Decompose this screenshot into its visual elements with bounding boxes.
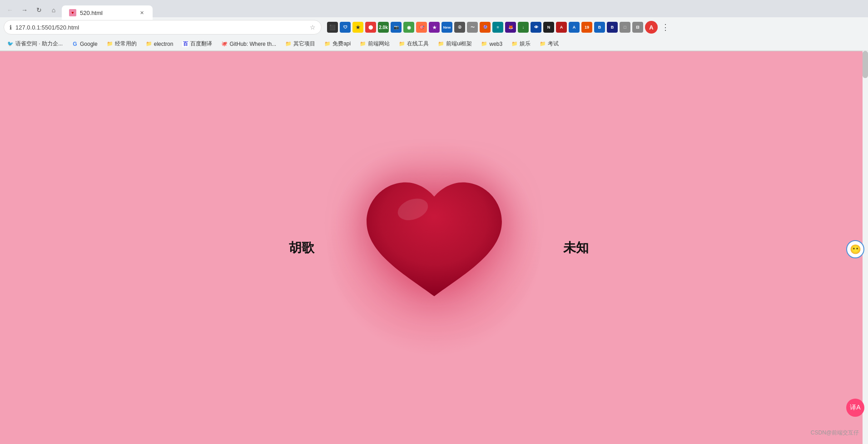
bookmark-baidu-label: 百度翻译: [190, 40, 212, 48]
ext-icon-16[interactable]: 👁: [531, 22, 541, 33]
address-bar: ℹ 127.0.0.1:5501/520.html ☆ ⬛ 🛡 ★ ⬤ 2.0k…: [0, 17, 868, 37]
baidu-icon: 百: [182, 41, 188, 47]
ext-icon-20[interactable]: 19: [581, 22, 592, 33]
back-button[interactable]: ←: [4, 4, 16, 16]
url-bar[interactable]: ℹ 127.0.0.1:5501/520.html ☆: [4, 20, 322, 35]
folder-icon-2: 📁: [146, 41, 152, 47]
ext-icon-10[interactable]: ②: [454, 22, 465, 33]
bookmark-tools-label: 在线工具: [407, 40, 429, 48]
ext-icon-6[interactable]: 📷: [391, 22, 402, 33]
folder-icon-1: 📁: [107, 41, 113, 47]
bookmark-web3[interactable]: 📁 web3: [477, 40, 506, 48]
float-button-center[interactable]: 😶: [846, 240, 864, 258]
bookmark-entertainment-label: 娱乐: [520, 40, 531, 48]
folder-icon-9: 📁: [511, 41, 518, 47]
tab-bar: ← → ↻ ⌂ ♥ 520.html ✕: [0, 0, 868, 17]
reload-button[interactable]: ↻: [33, 4, 45, 16]
float-button-bottom[interactable]: 译A: [846, 399, 864, 417]
ext-icon-13[interactable]: ≡: [492, 22, 503, 33]
bookmark-other-label: 其它项目: [293, 40, 315, 48]
heart-container: 胡歌: [0, 51, 868, 444]
ext-icon-2[interactable]: 🛡: [340, 22, 351, 33]
folder-icon-6: 📁: [399, 41, 405, 47]
bookmark-web3-label: web3: [489, 41, 502, 47]
ext-icon-18[interactable]: A: [556, 22, 567, 33]
active-tab[interactable]: ♥ 520.html ✕: [62, 5, 153, 20]
scrollbar-thumb[interactable]: [863, 51, 868, 78]
tab-close-button[interactable]: ✕: [138, 9, 145, 16]
bookmark-ui-label: 前端ui框架: [446, 40, 472, 48]
profile-button[interactable]: A: [645, 21, 658, 34]
folder-icon-4: 📁: [324, 41, 331, 47]
bookmark-exam[interactable]: 📁 考试: [536, 39, 562, 49]
folder-icon-5: 📁: [360, 41, 366, 47]
bookmark-google[interactable]: G Google: [68, 40, 101, 48]
github-icon: 🐙: [221, 41, 228, 47]
ext-icon-17[interactable]: N: [543, 22, 554, 33]
ext-icon-3[interactable]: ★: [352, 22, 363, 33]
translate-icon: 译A: [850, 404, 860, 412]
menu-button[interactable]: ⋮: [660, 20, 671, 34]
home-button[interactable]: ⌂: [47, 4, 60, 16]
ext-icon-15[interactable]: ↓: [518, 22, 529, 33]
bookmark-other[interactable]: 📁 其它项目: [282, 39, 319, 49]
bookmark-yuque-label: 语雀空间 · 助力企...: [15, 40, 63, 48]
bookmark-github-label: GitHub: Where th...: [229, 41, 276, 47]
bookmarks-bar: 🐦 语雀空间 · 助力企... G Google 📁 经常用的 📁 electr…: [0, 37, 868, 51]
ext-icon-1[interactable]: ⬛: [327, 22, 338, 33]
name-left: 胡歌: [289, 239, 314, 257]
face-icon: 😶: [850, 244, 861, 255]
ext-icon-5[interactable]: 2.0k: [378, 22, 389, 33]
ext-icon-new[interactable]: New: [441, 22, 452, 33]
tab-title: 520.html: [80, 10, 103, 16]
ext-icon-19[interactable]: A: [569, 22, 580, 33]
bookmark-ui[interactable]: 📁 前端ui框架: [434, 39, 476, 49]
bookmark-yuque[interactable]: 🐦 语雀空间 · 助力企...: [4, 39, 66, 49]
page-content: 胡歌: [0, 51, 868, 444]
bookmark-github[interactable]: 🐙 GitHub: Where th...: [218, 40, 280, 48]
ext-icon-7[interactable]: ◉: [403, 22, 414, 33]
bookmark-frontend[interactable]: 📁 前端网站: [356, 39, 393, 49]
watermark: CSDN@前端交互仔: [811, 429, 859, 437]
google-icon: G: [72, 41, 78, 47]
ext-icon-21[interactable]: B: [594, 22, 605, 33]
folder-icon-3: 📁: [285, 41, 292, 47]
bookmark-freeapi[interactable]: 📁 免费api: [321, 39, 354, 49]
lock-icon: ℹ: [10, 24, 12, 31]
ext-icon-8[interactable]: 🎯: [416, 22, 427, 33]
yuque-icon: 🐦: [7, 41, 14, 47]
browser-chrome: ← → ↻ ⌂ ♥ 520.html ✕ ℹ 127.0.0.1:5501/52…: [0, 0, 868, 51]
ext-icon-23[interactable]: □: [620, 22, 630, 33]
bookmark-baidu[interactable]: 百 百度翻译: [179, 39, 216, 49]
ext-icon-14[interactable]: 🦊: [505, 22, 516, 33]
heart-shape: [362, 175, 507, 307]
url-text: 127.0.0.1:5501/520.html: [15, 24, 306, 31]
ext-icon-9[interactable]: ★: [429, 22, 440, 33]
tab-favicon: ♥: [69, 9, 76, 16]
bookmark-common[interactable]: 📁 经常用的: [103, 39, 140, 49]
bookmark-tools[interactable]: 📁 在线工具: [395, 39, 432, 49]
ext-icon-4[interactable]: ⬤: [365, 22, 376, 33]
bookmark-common-label: 经常用的: [115, 40, 137, 48]
ext-icon-12[interactable]: 🔮: [480, 22, 491, 33]
ext-icon-11[interactable]: 〜: [467, 22, 478, 33]
bookmark-electron-label: electron: [154, 41, 174, 47]
bookmark-frontend-label: 前端网站: [368, 40, 390, 48]
folder-icon-10: 📁: [540, 41, 546, 47]
heart-svg: [362, 175, 507, 307]
ext-icon-22[interactable]: B: [607, 22, 618, 33]
ext-icon-24[interactable]: ⊟: [632, 22, 643, 33]
bookmark-exam-label: 考试: [548, 40, 559, 48]
folder-icon-8: 📁: [481, 41, 487, 47]
bookmark-freeapi-label: 免费api: [332, 40, 351, 48]
extensions-area: ⬛ 🛡 ★ ⬤ 2.0k 📷 ◉ 🎯 ★ New ② 〜 🔮 ≡ 🦊 ↓ 👁 N…: [327, 20, 864, 34]
bookmark-electron[interactable]: 📁 electron: [142, 40, 177, 48]
forward-button[interactable]: →: [18, 4, 31, 16]
folder-icon-7: 📁: [438, 41, 444, 47]
bookmark-google-label: Google: [80, 41, 98, 47]
name-right: 未知: [563, 239, 589, 257]
bookmark-star-icon[interactable]: ☆: [310, 24, 316, 31]
bookmark-entertainment[interactable]: 📁 娱乐: [508, 39, 534, 49]
